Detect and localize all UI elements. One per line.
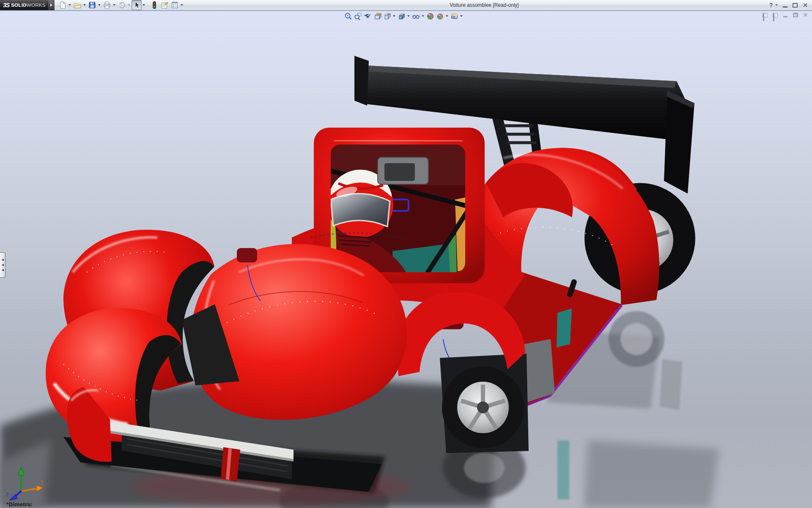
pane-left-icon xyxy=(763,13,768,17)
new-document-dropdown[interactable] xyxy=(69,4,71,6)
close-button[interactable]: ✕ xyxy=(803,1,808,9)
doc-minimize-button[interactable] xyxy=(782,12,788,18)
pane-right-icon xyxy=(773,13,778,17)
restore-icon xyxy=(793,3,798,8)
document-window-controls: ✕ xyxy=(762,12,809,18)
menu-expander-button[interactable] xyxy=(48,0,55,10)
view-settings-dropdown[interactable] xyxy=(460,15,463,17)
traffic-light-icon xyxy=(150,1,159,9)
open-dropdown[interactable] xyxy=(83,4,86,6)
new-document-icon xyxy=(58,1,67,9)
options-dropdown[interactable] xyxy=(181,4,183,6)
zoom-area-icon xyxy=(354,12,362,20)
minimize-icon xyxy=(783,16,787,17)
3ds-logo-icon: 3S xyxy=(3,2,9,8)
open-folder-icon xyxy=(73,1,82,9)
eyeglasses-icon xyxy=(412,12,420,20)
select-tool-button[interactable] xyxy=(132,0,142,10)
model-viewport-render xyxy=(0,11,812,508)
help-dropdown[interactable] xyxy=(775,4,778,6)
triad-y-label: Y xyxy=(19,466,23,471)
apply-scene-dropdown[interactable] xyxy=(446,15,448,17)
save-icon xyxy=(88,1,96,9)
select-tool-dropdown[interactable] xyxy=(143,4,145,6)
print-dropdown[interactable] xyxy=(113,4,115,6)
print-icon xyxy=(103,1,111,9)
help-button[interactable]: ? xyxy=(769,1,773,9)
undo-dropdown[interactable] xyxy=(128,4,130,6)
section-view-icon xyxy=(373,12,381,20)
note-pencil-icon xyxy=(160,1,169,9)
collapse-arrow-icon xyxy=(2,264,4,266)
previous-view-icon xyxy=(364,12,372,20)
undo-icon xyxy=(118,1,126,9)
rebuild-button[interactable] xyxy=(149,0,159,10)
close-icon: ✕ xyxy=(803,12,808,18)
previous-view-button[interactable] xyxy=(363,11,373,21)
triad-z-label: Z xyxy=(6,492,8,497)
display-style-cube-icon xyxy=(398,12,406,20)
collapse-arrow-icon xyxy=(2,259,4,261)
view-orientation-dropdown[interactable] xyxy=(393,15,395,17)
edit-appearance-button[interactable] xyxy=(425,11,435,21)
appearance-ball-icon xyxy=(426,12,434,20)
restore-icon xyxy=(793,13,798,17)
display-style-dropdown[interactable] xyxy=(407,15,410,17)
doc-restore-button[interactable] xyxy=(792,12,798,18)
heads-up-view-toolbar xyxy=(343,12,464,20)
open-button[interactable] xyxy=(72,0,82,10)
collapse-arrow-icon xyxy=(2,269,4,271)
close-icon: ✕ xyxy=(803,1,808,9)
hide-show-items-dropdown[interactable] xyxy=(422,15,424,17)
undo-button[interactable] xyxy=(117,0,127,10)
view-settings-button[interactable] xyxy=(450,11,459,21)
scene-ball-icon xyxy=(436,12,444,20)
file-properties-button[interactable] xyxy=(159,0,170,10)
zoom-to-fit-button[interactable] xyxy=(343,11,353,21)
display-style-button[interactable] xyxy=(397,11,406,21)
solidworks-logo: 3S SOLID WORKS xyxy=(0,0,48,10)
featuremanager-collapsed-tab[interactable] xyxy=(0,252,5,278)
doc-close-button[interactable]: ✕ xyxy=(802,12,809,18)
main-toolbar xyxy=(58,0,184,10)
minimize-button[interactable] xyxy=(783,1,787,9)
options-button[interactable] xyxy=(170,0,180,10)
select-cursor-icon xyxy=(132,1,141,9)
pane-left-button[interactable] xyxy=(762,12,768,18)
zoom-fit-icon xyxy=(344,12,352,20)
reference-triad: Y X Z xyxy=(4,465,45,501)
titlebar: 3S SOLID WORKS xyxy=(0,0,812,11)
brand-name-bold: SOLID xyxy=(11,3,27,8)
zoom-to-area-button[interactable] xyxy=(353,11,363,21)
view-cube-icon xyxy=(383,12,391,20)
solidworks-window: 3S SOLID WORKS xyxy=(0,0,812,508)
view-settings-icon xyxy=(450,12,458,20)
view-orientation-button[interactable] xyxy=(382,11,392,21)
restore-button[interactable] xyxy=(793,1,798,9)
window-title: Voiture assomblee [Read-only] xyxy=(450,0,518,10)
triad-x-label: X xyxy=(41,480,44,484)
front-right-wheel xyxy=(440,354,529,453)
brand-name-light: WORKS xyxy=(27,3,46,8)
print-button[interactable] xyxy=(102,0,112,10)
hide-show-items-button[interactable] xyxy=(411,11,421,21)
save-dropdown[interactable] xyxy=(98,4,101,6)
options-checklist-icon xyxy=(170,1,179,9)
new-document-button[interactable] xyxy=(58,0,68,10)
minimize-icon xyxy=(783,6,787,8)
expand-arrow-icon xyxy=(50,3,52,7)
window-controls: ? ✕ xyxy=(769,0,808,10)
save-button[interactable] xyxy=(87,0,97,10)
pane-right-button[interactable] xyxy=(772,12,778,18)
graphics-area[interactable]: ✕ Y X Z *Dimetric xyxy=(0,11,812,508)
section-view-button[interactable] xyxy=(373,11,382,21)
apply-scene-button[interactable] xyxy=(435,11,445,21)
view-orientation-label: *Dimetric xyxy=(6,501,32,508)
